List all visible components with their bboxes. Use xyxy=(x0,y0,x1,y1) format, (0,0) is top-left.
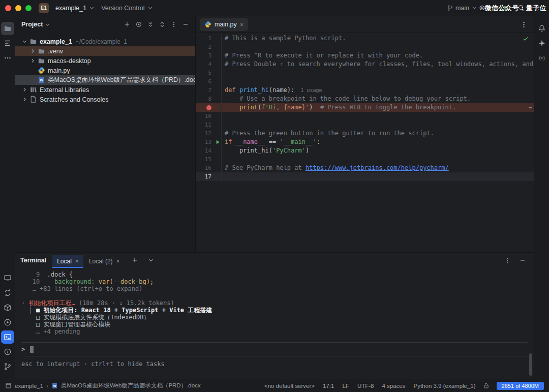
vcs-branch-widget[interactable]: main xyxy=(444,2,481,14)
expand-all-button[interactable] xyxy=(145,19,156,30)
terminal-more-button[interactable] xyxy=(501,254,513,266)
gutter[interactable] xyxy=(214,51,222,60)
tree-item-main-py[interactable]: main.py xyxy=(15,66,195,75)
line-number: 16 xyxy=(196,164,214,172)
check-icon xyxy=(522,35,529,42)
new-terminal-tab-button[interactable] xyxy=(129,254,141,266)
status-item-4[interactable]: 4 spaces xyxy=(382,383,405,389)
python-console-button[interactable] xyxy=(1,272,14,285)
terminal-tool-window-button[interactable] xyxy=(1,330,14,344)
terminal-prompt[interactable]: > xyxy=(21,343,528,356)
line-number: 11 xyxy=(196,120,214,129)
collapse-all-button[interactable] xyxy=(157,19,168,30)
gutter[interactable] xyxy=(214,120,222,129)
sciview-button[interactable]: (×) xyxy=(535,51,548,65)
project-menu[interactable]: example_1 xyxy=(52,2,98,14)
project-view-selector[interactable]: Project xyxy=(19,20,53,29)
more-options-button[interactable] xyxy=(168,19,179,30)
statusbar-items: <no default server>17:1LFUTF-84 spacesPy… xyxy=(264,383,476,389)
gutter[interactable] xyxy=(214,172,222,181)
tree-item-external-libraries[interactable]: External Libraries xyxy=(15,85,195,95)
version-control-menu[interactable]: Version Control xyxy=(98,2,156,14)
gutter[interactable] xyxy=(214,77,222,86)
tree-item-label: Scratches and Consoles xyxy=(40,96,109,103)
tree-item-prd-docx[interactable]: W类MacOS桌面环境Web版产品需求文档（PRD）.docx xyxy=(15,75,195,85)
status-item-0[interactable]: <no default server> xyxy=(264,383,315,389)
gutter[interactable] xyxy=(214,60,222,69)
close-tab-icon[interactable]: × xyxy=(116,258,120,265)
gutter[interactable] xyxy=(214,112,222,120)
notifications-button[interactable] xyxy=(535,22,548,35)
editor-tab-label: main.py xyxy=(215,21,237,28)
problems-tool-window-button[interactable] xyxy=(1,345,14,358)
status-project-name[interactable]: example_1 xyxy=(15,383,43,389)
terminal-scrollbar[interactable] xyxy=(529,353,532,376)
run-tool-window-button[interactable] xyxy=(1,316,14,329)
terminal-header-actions xyxy=(501,254,529,266)
select-opened-file-button[interactable] xyxy=(133,19,144,30)
services-button[interactable] xyxy=(1,301,14,314)
chevron-right-icon[interactable] xyxy=(20,86,28,93)
minimize-window-button[interactable] xyxy=(15,5,21,11)
more-tool-windows-button[interactable] xyxy=(1,51,14,65)
debug-button[interactable] xyxy=(499,2,512,14)
tab-options-icon[interactable] xyxy=(517,21,530,28)
status-item-1[interactable]: 17:1 xyxy=(323,383,334,389)
editor-tab-main-py[interactable]: main.py × xyxy=(200,18,248,31)
chevron-right-icon[interactable] xyxy=(28,48,37,54)
titlebar: E1 example_1 Version Control main ©微信公众号… xyxy=(0,0,549,16)
hide-panel-button[interactable] xyxy=(180,19,191,30)
memory-indicator[interactable]: 2651 of 4800M xyxy=(497,382,544,390)
hide-terminal-button[interactable] xyxy=(516,254,529,266)
terminal-body[interactable]: 9 .dock { 10 background: var(--dock-bg);… xyxy=(15,268,534,379)
terminal-tab-0[interactable]: Local× xyxy=(52,255,83,268)
run-line-icon[interactable] xyxy=(215,139,221,145)
close-tab-icon[interactable]: × xyxy=(75,258,79,265)
gutter[interactable] xyxy=(214,103,222,112)
tree-item-venv[interactable]: .venv xyxy=(15,46,195,56)
lock-widget[interactable] xyxy=(483,382,490,389)
svg-text:W: W xyxy=(53,384,56,387)
chevron-down-icon xyxy=(471,5,478,11)
terminal-tab-dropdown[interactable] xyxy=(145,254,157,266)
project-panel-title: Project xyxy=(21,21,43,28)
status-item-5[interactable]: Python 3.9 (example_1) xyxy=(414,383,476,389)
tree-item-macos-desktop[interactable]: macos-desktop xyxy=(15,56,195,66)
version-control-tool-window-button[interactable] xyxy=(1,360,14,373)
gutter[interactable] xyxy=(214,43,222,51)
gutter[interactable] xyxy=(214,95,222,103)
gutter[interactable] xyxy=(214,69,222,77)
tree-item-root[interactable]: example_1~/Code/example_1 xyxy=(15,37,195,46)
close-tab-icon[interactable]: × xyxy=(240,21,244,28)
status-item-2[interactable]: LF xyxy=(342,383,349,389)
new-button[interactable] xyxy=(121,19,133,30)
terminal-line-5: │ ■ 初始化项目: React 18 + TypeScript + Vite … xyxy=(21,307,528,314)
project-tool-window-button[interactable] xyxy=(1,22,14,35)
structure-tool-window-button[interactable] xyxy=(1,37,14,50)
line-number: 5 xyxy=(196,69,214,77)
gutter[interactable] xyxy=(214,86,222,95)
code-area[interactable]: 1# This is a sample Python script.23# Pr… xyxy=(196,33,534,252)
chevron-down-icon[interactable] xyxy=(20,38,28,45)
gutter[interactable] xyxy=(214,146,222,155)
lock-icon xyxy=(483,382,490,389)
tree-item-scratches[interactable]: Scratches and Consoles xyxy=(15,95,195,104)
gutter[interactable] xyxy=(214,155,222,164)
terminal-tab-1[interactable]: Local (2)× xyxy=(84,255,125,268)
gutter[interactable] xyxy=(214,164,222,172)
zoom-window-button[interactable] xyxy=(25,5,32,11)
run-button[interactable] xyxy=(483,2,497,14)
breakpoint-icon[interactable] xyxy=(206,105,211,110)
close-window-button[interactable] xyxy=(5,5,11,11)
search-everywhere-button[interactable] xyxy=(514,2,528,14)
gutter[interactable] xyxy=(214,138,222,146)
settings-button[interactable] xyxy=(530,2,544,14)
ai-assistant-button[interactable] xyxy=(535,37,548,50)
gutter[interactable] xyxy=(214,129,222,138)
gutter[interactable] xyxy=(214,34,222,43)
chevron-right-icon[interactable] xyxy=(20,96,28,103)
python-packages-button[interactable] xyxy=(1,286,14,299)
status-item-3[interactable]: UTF-8 xyxy=(357,383,374,389)
inspections-ok-icon[interactable] xyxy=(522,35,529,44)
chevron-right-icon[interactable] xyxy=(28,57,37,64)
